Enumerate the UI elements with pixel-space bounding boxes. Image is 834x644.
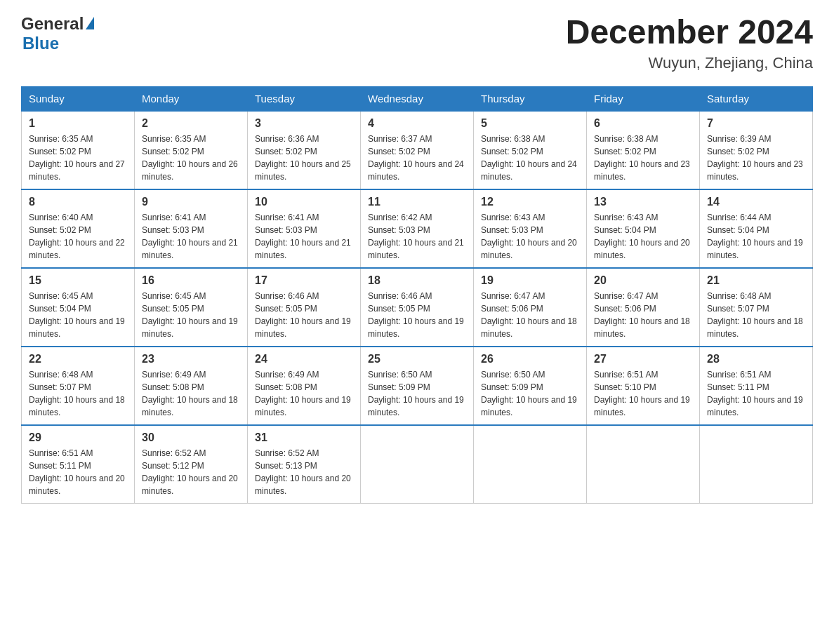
day-number: 31 <box>255 431 353 444</box>
calendar-cell: 29Sunrise: 6:51 AMSunset: 5:11 PMDayligh… <box>22 425 135 504</box>
day-info: Sunrise: 6:49 AMSunset: 5:08 PMDaylight:… <box>255 368 353 419</box>
calendar-cell: 2Sunrise: 6:35 AMSunset: 5:02 PMDaylight… <box>135 111 248 189</box>
week-row-2: 8Sunrise: 6:40 AMSunset: 5:02 PMDaylight… <box>22 189 813 268</box>
day-info: Sunrise: 6:35 AMSunset: 5:02 PMDaylight:… <box>29 133 127 183</box>
day-number: 21 <box>707 274 805 287</box>
location-title: Wuyun, Zhejiang, China <box>566 54 813 72</box>
calendar-cell: 10Sunrise: 6:41 AMSunset: 5:03 PMDayligh… <box>248 189 361 268</box>
day-info: Sunrise: 6:48 AMSunset: 5:07 PMDaylight:… <box>707 290 805 340</box>
day-info: Sunrise: 6:51 AMSunset: 5:11 PMDaylight:… <box>29 447 127 497</box>
day-info: Sunrise: 6:38 AMSunset: 5:02 PMDaylight:… <box>481 133 579 183</box>
day-number: 27 <box>594 353 692 365</box>
day-info: Sunrise: 6:39 AMSunset: 5:02 PMDaylight:… <box>707 133 805 183</box>
day-info: Sunrise: 6:44 AMSunset: 5:04 PMDaylight:… <box>707 211 805 262</box>
day-info: Sunrise: 6:45 AMSunset: 5:04 PMDaylight:… <box>29 290 127 340</box>
column-header-sunday: Sunday <box>22 86 135 111</box>
calendar-cell: 4Sunrise: 6:37 AMSunset: 5:02 PMDaylight… <box>361 111 474 189</box>
day-number: 29 <box>29 431 127 444</box>
calendar-cell: 21Sunrise: 6:48 AMSunset: 5:07 PMDayligh… <box>700 268 813 347</box>
logo-general: General <box>21 14 84 34</box>
day-info: Sunrise: 6:51 AMSunset: 5:10 PMDaylight:… <box>594 368 692 419</box>
day-number: 24 <box>255 353 353 365</box>
day-info: Sunrise: 6:48 AMSunset: 5:07 PMDaylight:… <box>29 368 127 419</box>
day-number: 1 <box>29 117 127 130</box>
calendar-cell: 16Sunrise: 6:45 AMSunset: 5:05 PMDayligh… <box>135 268 248 347</box>
day-info: Sunrise: 6:47 AMSunset: 5:06 PMDaylight:… <box>594 290 692 340</box>
logo-triangle-icon <box>86 17 94 29</box>
day-info: Sunrise: 6:47 AMSunset: 5:06 PMDaylight:… <box>481 290 579 340</box>
column-header-saturday: Saturday <box>700 86 813 111</box>
calendar-cell: 30Sunrise: 6:52 AMSunset: 5:12 PMDayligh… <box>135 425 248 504</box>
day-number: 22 <box>29 353 127 365</box>
day-info: Sunrise: 6:36 AMSunset: 5:02 PMDaylight:… <box>255 133 353 183</box>
day-number: 15 <box>29 274 127 287</box>
calendar-cell: 11Sunrise: 6:42 AMSunset: 5:03 PMDayligh… <box>361 189 474 268</box>
calendar-cell: 27Sunrise: 6:51 AMSunset: 5:10 PMDayligh… <box>587 347 700 425</box>
column-header-tuesday: Tuesday <box>248 86 361 111</box>
week-row-5: 29Sunrise: 6:51 AMSunset: 5:11 PMDayligh… <box>22 425 813 504</box>
week-row-4: 22Sunrise: 6:48 AMSunset: 5:07 PMDayligh… <box>22 347 813 425</box>
day-info: Sunrise: 6:43 AMSunset: 5:03 PMDaylight:… <box>481 211 579 262</box>
day-info: Sunrise: 6:38 AMSunset: 5:02 PMDaylight:… <box>594 133 692 183</box>
day-info: Sunrise: 6:41 AMSunset: 5:03 PMDaylight:… <box>255 211 353 262</box>
calendar-cell: 31Sunrise: 6:52 AMSunset: 5:13 PMDayligh… <box>248 425 361 504</box>
calendar-cell: 17Sunrise: 6:46 AMSunset: 5:05 PMDayligh… <box>248 268 361 347</box>
calendar-table: SundayMondayTuesdayWednesdayThursdayFrid… <box>21 86 813 504</box>
calendar-cell: 19Sunrise: 6:47 AMSunset: 5:06 PMDayligh… <box>474 268 587 347</box>
calendar-cell: 26Sunrise: 6:50 AMSunset: 5:09 PMDayligh… <box>474 347 587 425</box>
calendar-cell: 1Sunrise: 6:35 AMSunset: 5:02 PMDaylight… <box>22 111 135 189</box>
day-info: Sunrise: 6:52 AMSunset: 5:12 PMDaylight:… <box>142 447 240 497</box>
week-row-3: 15Sunrise: 6:45 AMSunset: 5:04 PMDayligh… <box>22 268 813 347</box>
day-number: 2 <box>142 117 240 130</box>
day-info: Sunrise: 6:50 AMSunset: 5:09 PMDaylight:… <box>481 368 579 419</box>
day-number: 16 <box>142 274 240 287</box>
calendar-cell: 7Sunrise: 6:39 AMSunset: 5:02 PMDaylight… <box>700 111 813 189</box>
day-number: 25 <box>368 353 466 365</box>
calendar-cell <box>474 425 587 504</box>
day-info: Sunrise: 6:49 AMSunset: 5:08 PMDaylight:… <box>142 368 240 419</box>
logo: General Blue <box>21 14 94 53</box>
month-title: December 2024 <box>566 14 813 51</box>
week-row-1: 1Sunrise: 6:35 AMSunset: 5:02 PMDaylight… <box>22 111 813 189</box>
day-number: 13 <box>594 196 692 208</box>
day-info: Sunrise: 6:46 AMSunset: 5:05 PMDaylight:… <box>368 290 466 340</box>
column-header-monday: Monday <box>135 86 248 111</box>
calendar-cell: 8Sunrise: 6:40 AMSunset: 5:02 PMDaylight… <box>22 189 135 268</box>
page-header: General Blue December 2024 Wuyun, Zhejia… <box>21 14 813 72</box>
logo-blue: Blue <box>22 34 59 53</box>
day-number: 12 <box>481 196 579 208</box>
day-number: 8 <box>29 196 127 208</box>
calendar-cell <box>361 425 474 504</box>
day-number: 18 <box>368 274 466 287</box>
day-number: 10 <box>255 196 353 208</box>
calendar-cell: 15Sunrise: 6:45 AMSunset: 5:04 PMDayligh… <box>22 268 135 347</box>
calendar-cell: 18Sunrise: 6:46 AMSunset: 5:05 PMDayligh… <box>361 268 474 347</box>
day-info: Sunrise: 6:40 AMSunset: 5:02 PMDaylight:… <box>29 211 127 262</box>
calendar-header-row: SundayMondayTuesdayWednesdayThursdayFrid… <box>22 86 813 111</box>
day-number: 7 <box>707 117 805 130</box>
calendar-cell: 13Sunrise: 6:43 AMSunset: 5:04 PMDayligh… <box>587 189 700 268</box>
day-number: 4 <box>368 117 466 130</box>
calendar-cell: 25Sunrise: 6:50 AMSunset: 5:09 PMDayligh… <box>361 347 474 425</box>
day-info: Sunrise: 6:51 AMSunset: 5:11 PMDaylight:… <box>707 368 805 419</box>
calendar-cell: 24Sunrise: 6:49 AMSunset: 5:08 PMDayligh… <box>248 347 361 425</box>
column-header-wednesday: Wednesday <box>361 86 474 111</box>
day-number: 17 <box>255 274 353 287</box>
calendar-cell: 9Sunrise: 6:41 AMSunset: 5:03 PMDaylight… <box>135 189 248 268</box>
day-number: 11 <box>368 196 466 208</box>
calendar-cell: 14Sunrise: 6:44 AMSunset: 5:04 PMDayligh… <box>700 189 813 268</box>
day-number: 26 <box>481 353 579 365</box>
day-info: Sunrise: 6:41 AMSunset: 5:03 PMDaylight:… <box>142 211 240 262</box>
day-info: Sunrise: 6:42 AMSunset: 5:03 PMDaylight:… <box>368 211 466 262</box>
calendar-cell <box>700 425 813 504</box>
calendar-cell: 28Sunrise: 6:51 AMSunset: 5:11 PMDayligh… <box>700 347 813 425</box>
calendar-cell: 22Sunrise: 6:48 AMSunset: 5:07 PMDayligh… <box>22 347 135 425</box>
day-info: Sunrise: 6:43 AMSunset: 5:04 PMDaylight:… <box>594 211 692 262</box>
calendar-cell: 6Sunrise: 6:38 AMSunset: 5:02 PMDaylight… <box>587 111 700 189</box>
day-info: Sunrise: 6:45 AMSunset: 5:05 PMDaylight:… <box>142 290 240 340</box>
day-number: 3 <box>255 117 353 130</box>
day-info: Sunrise: 6:35 AMSunset: 5:02 PMDaylight:… <box>142 133 240 183</box>
day-info: Sunrise: 6:46 AMSunset: 5:05 PMDaylight:… <box>255 290 353 340</box>
day-number: 6 <box>594 117 692 130</box>
day-number: 14 <box>707 196 805 208</box>
